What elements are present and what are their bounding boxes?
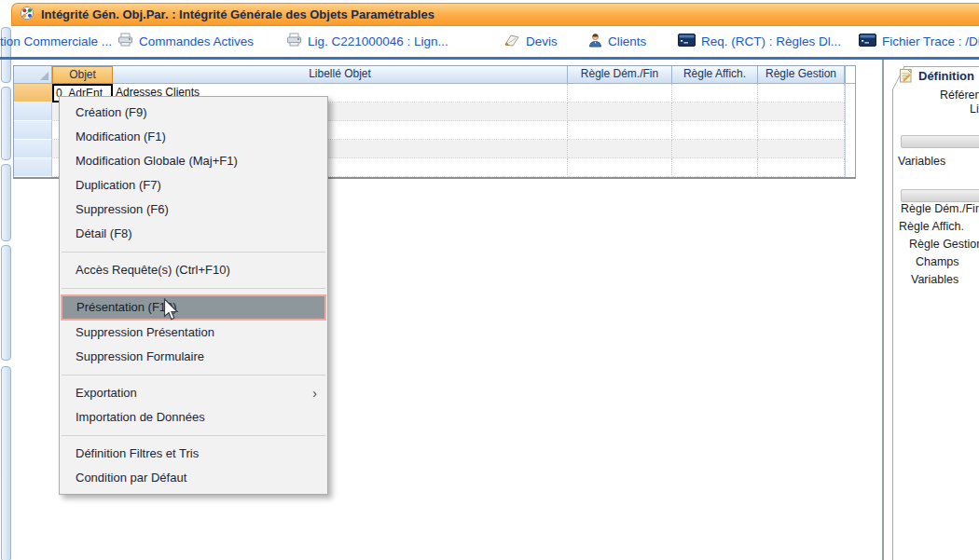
tab-gestion-commerciale[interactable]: tion Commerciale ... — [0, 27, 112, 55]
column-header-regle-dem-fin[interactable]: Règle Dém./Fin — [568, 66, 672, 84]
context-menu: Création (F9) Modification (F1) Modifica… — [59, 96, 328, 495]
tab-label: Lig. C221000046 : Lign... — [308, 34, 448, 48]
corner-triangle-icon — [40, 72, 48, 80]
menu-item-duplication[interactable]: Duplication (F7) — [60, 173, 327, 198]
window-title: Intégrité Gén. Obj.Par. : Intégrité Géné… — [41, 7, 434, 21]
row-header[interactable] — [14, 140, 52, 158]
tab-label: Commandes Actives — [139, 34, 254, 48]
scroll-lane — [845, 121, 855, 140]
column-header-objet[interactable]: Objet — [52, 66, 113, 84]
docked-panel-strip — [0, 0, 11, 560]
cell-regle-gestion — [758, 158, 845, 177]
menu-item-detail[interactable]: Détail (F8) — [60, 222, 327, 246]
menu-item-label: Suppression Formulaire — [76, 349, 204, 363]
cell-regle-dem-fin[interactable] — [568, 84, 672, 102]
field-label-regle-dem: Règle Dém./Fin — [901, 202, 979, 215]
person-icon — [588, 33, 602, 50]
menu-item-presentation[interactable]: Présentation (F10) — [61, 294, 326, 321]
menu-item-importation-donnees[interactable]: Importation de Données — [60, 405, 327, 430]
field-label-regle-gestion: Règle Gestion — [909, 238, 979, 251]
row-header[interactable] — [14, 84, 52, 102]
menu-item-definition-filtres-tris[interactable]: Définition Filtres et Tris — [60, 442, 327, 466]
column-header-regle-affich[interactable]: Règle Affich. — [672, 66, 758, 84]
window-titlebar[interactable]: Intégrité Gén. Obj.Par. : Intégrité Géné… — [11, 3, 979, 26]
menu-item-label: Accès Requête(s) (Ctrl+F10) — [76, 263, 230, 277]
printer-icon — [117, 33, 133, 49]
cell-regle-dem-fin — [568, 102, 672, 121]
docked-tab[interactable] — [1, 164, 11, 241]
docked-tab[interactable] — [1, 366, 11, 560]
panel-splitter[interactable] — [882, 60, 884, 560]
menu-item-label: Modification Globale (Maj+F1) — [76, 154, 238, 168]
cell-regle-affich — [672, 121, 758, 140]
menu-separator — [60, 246, 327, 258]
tab-fichier-trace[interactable]: Fichier Trace : /Dia — [859, 27, 979, 55]
cell-regle-gestion — [758, 140, 845, 158]
task-tabbar: tion Commerciale ... Commandes Actives L… — [0, 27, 979, 55]
row-header[interactable] — [14, 158, 52, 177]
menu-item-modification-globale[interactable]: Modification Globale (Maj+F1) — [60, 149, 327, 173]
field-label-libelle: Libellé — [970, 102, 979, 116]
row-header[interactable] — [14, 121, 52, 140]
menu-item-label: Suppression Présentation — [76, 325, 214, 339]
menu-item-creation[interactable]: Création (F9) — [60, 101, 327, 125]
menu-item-suppression-presentation[interactable]: Suppression Présentation — [60, 321, 327, 345]
row-header[interactable] — [14, 102, 52, 121]
cell-regle-affich[interactable] — [672, 84, 758, 102]
menu-item-label: Définition Filtres et Tris — [76, 446, 199, 460]
menu-separator — [60, 282, 327, 294]
panel-tab-definition[interactable]: Définition — [918, 69, 974, 83]
quill-icon — [503, 33, 520, 50]
terminal-icon — [859, 34, 876, 49]
menu-item-label: Importation de Données — [76, 410, 205, 424]
menu-separator — [60, 369, 327, 381]
menu-item-suppression[interactable]: Suppression (F6) — [60, 198, 327, 222]
docked-tab[interactable] — [1, 87, 11, 160]
menu-separator — [60, 430, 327, 442]
menu-item-label: Duplication (F7) — [76, 178, 161, 192]
menu-item-modification[interactable]: Modification (F1) — [60, 125, 327, 149]
cell-regle-affich — [672, 158, 758, 177]
tab-commandes-actives[interactable]: Commandes Actives — [117, 27, 254, 55]
tab-label: Req. (RCT) : Règles Dl... — [701, 34, 841, 48]
definition-panel-border — [892, 89, 893, 560]
tab-label: Devis — [526, 34, 558, 48]
table-corner-cell[interactable] — [14, 66, 52, 84]
group-separator-bar — [901, 135, 979, 148]
field-label-champs: Champs — [916, 255, 959, 268]
scroll-lane — [845, 140, 855, 158]
cell-regle-dem-fin — [568, 158, 672, 177]
cell-regle-gestion — [758, 121, 845, 140]
cell-regle-dem-fin — [568, 121, 672, 140]
tab-label: tion Commerciale ... — [0, 34, 112, 48]
definition-panel-border — [903, 66, 979, 67]
scroll-lane — [845, 84, 855, 102]
menu-item-acces-requetes[interactable]: Accès Requête(s) (Ctrl+F10) — [60, 258, 327, 282]
note-icon — [898, 68, 914, 88]
cell-regle-gestion[interactable] — [758, 84, 845, 102]
menu-item-exportation[interactable]: Exportation › — [60, 381, 327, 405]
header-scroll-lane — [845, 66, 855, 84]
group-separator-bar — [901, 189, 979, 202]
cell-regle-affich — [672, 140, 758, 158]
menu-item-label: Condition par Défaut — [76, 471, 186, 485]
tab-lignes-commande[interactable]: Lig. C221000046 : Lign... — [286, 27, 448, 55]
docked-tab[interactable] — [1, 245, 11, 361]
tab-devis[interactable]: Devis — [503, 27, 558, 55]
menu-item-label: Suppression (F6) — [76, 202, 169, 216]
tab-label: Clients — [608, 34, 646, 48]
cell-regle-dem-fin — [568, 140, 672, 158]
tab-requete-regles[interactable]: Req. (RCT) : Règles Dl... — [678, 27, 841, 55]
field-label-regle-affich: Règle Affich. — [899, 220, 964, 233]
cell-regle-gestion — [758, 102, 845, 121]
menu-item-label: Détail (F8) — [76, 226, 132, 240]
printer-icon — [286, 33, 302, 49]
menu-item-label: Modification (F1) — [76, 130, 166, 143]
column-header-libelle-objet[interactable]: Libellé Objet — [113, 66, 568, 84]
menu-item-condition-par-defaut[interactable]: Condition par Défaut — [60, 466, 327, 490]
menu-item-suppression-formulaire[interactable]: Suppression Formulaire — [60, 345, 327, 369]
column-header-regle-gestion[interactable]: Règle Gestion — [758, 66, 845, 84]
cell-regle-affich — [672, 102, 758, 121]
menu-item-label: Création (F9) — [76, 105, 147, 119]
tab-clients[interactable]: Clients — [588, 27, 646, 55]
